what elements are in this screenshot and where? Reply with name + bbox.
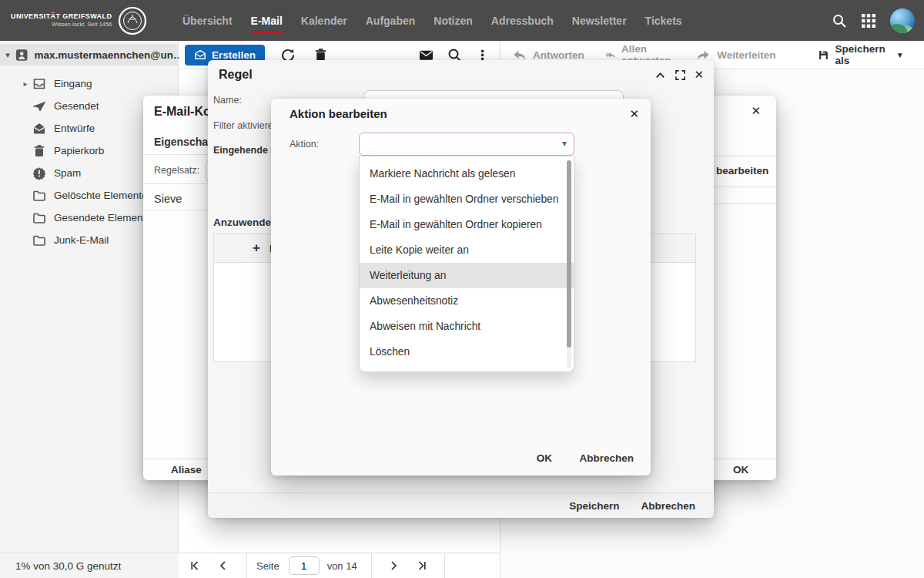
compose-label: Erstellen bbox=[212, 49, 256, 61]
rule-name-label: Name: bbox=[213, 95, 242, 106]
option-vacation-notice[interactable]: Abwesenheitsnotiz bbox=[360, 288, 574, 314]
app-tabs: Übersicht E-Mail Kalender Aufgaben Notiz… bbox=[182, 0, 682, 41]
option-discard[interactable]: Löschen bbox=[360, 339, 574, 365]
tab-uebersicht[interactable]: Übersicht bbox=[182, 0, 233, 41]
user-avatar[interactable] bbox=[890, 8, 915, 33]
ruleset-label: Regelsatz: bbox=[154, 165, 199, 176]
option-move-to-folder[interactable]: E-Mail in gewählten Ordner verschieben bbox=[360, 187, 574, 212]
first-page-icon[interactable] bbox=[189, 560, 202, 572]
tab-aufgaben[interactable]: Aufgaben bbox=[366, 0, 416, 41]
rule-cancel-button[interactable]: Abbrechen bbox=[641, 500, 695, 512]
action-field-label: Aktion: bbox=[290, 139, 319, 150]
inbox-icon bbox=[32, 77, 46, 91]
folder-label: Papierkorb bbox=[54, 145, 104, 156]
search-icon[interactable] bbox=[832, 13, 847, 29]
action-ok-button[interactable]: OK bbox=[537, 452, 552, 464]
logo-line1: UNIVERSITÄT GREIFSWALD bbox=[11, 12, 112, 21]
prev-page-icon[interactable] bbox=[217, 560, 229, 572]
tab-email[interactable]: E-Mail bbox=[251, 0, 283, 41]
page-of-label: von 14 bbox=[327, 560, 357, 572]
folder-icon bbox=[32, 189, 46, 203]
close-icon[interactable]: ✕ bbox=[629, 107, 639, 121]
app-launcher-icon[interactable] bbox=[861, 13, 876, 29]
save-as-label: Speichern als bbox=[835, 43, 889, 66]
account-email: max.mustermaennchen@un… bbox=[34, 49, 179, 61]
compose-envelope-icon bbox=[194, 49, 206, 61]
chevron-down-icon[interactable]: ▾ bbox=[0, 50, 15, 60]
chevron-down-icon: ▾ bbox=[562, 138, 567, 149]
collapse-icon[interactable] bbox=[654, 69, 666, 81]
option-partial[interactable]: Benachrichtigung versenden bbox=[360, 365, 574, 372]
action-select[interactable]: ▾ bbox=[359, 133, 574, 156]
account-row[interactable]: ▾ max.mustermaennchen@un… bbox=[0, 44, 179, 66]
forward-label: Weiterleiten bbox=[717, 49, 775, 61]
university-logo: UNIVERSITÄT GREIFSWALD Wissen lockt. Sei… bbox=[11, 0, 147, 41]
tab-notizen[interactable]: Notizen bbox=[434, 0, 473, 41]
sieve-item[interactable]: Sieve bbox=[154, 193, 182, 205]
option-redirect-to[interactable]: Weiterleitung an bbox=[360, 263, 574, 288]
next-page-icon[interactable] bbox=[387, 560, 400, 572]
trash-icon bbox=[32, 144, 46, 158]
sidebar-item-eingang[interactable]: ▸ Eingang bbox=[0, 72, 179, 95]
expand-icon[interactable] bbox=[675, 69, 686, 81]
send-icon bbox=[32, 99, 46, 113]
action-cancel-button[interactable]: Abbrechen bbox=[579, 452, 634, 464]
rule-save-button[interactable]: Speichern bbox=[569, 500, 619, 512]
top-navbar: UNIVERSITÄT GREIFSWALD Wissen lockt. Sei… bbox=[0, 0, 924, 41]
quota-bar: 1% von 30,0 G genutzt bbox=[0, 553, 179, 578]
save-as-button[interactable]: Speichern als ▼ bbox=[818, 43, 904, 66]
tab-kalender[interactable]: Kalender bbox=[301, 0, 347, 41]
plus-icon: + bbox=[253, 240, 260, 256]
tab-adressbuch[interactable]: Adressbuch bbox=[491, 0, 554, 41]
dropdown-scrollbar bbox=[567, 160, 571, 368]
quota-text: 1% von 30,0 G genutzt bbox=[15, 560, 121, 572]
action-dialog-title: Aktion bearbeiten bbox=[290, 107, 387, 120]
rule-dialog-footer: Speichern Abbrechen bbox=[208, 492, 714, 518]
last-page-icon[interactable] bbox=[415, 560, 427, 572]
rule-dialog-title: Regel bbox=[219, 68, 253, 82]
folder-label: Entwürfe bbox=[54, 123, 95, 134]
chevron-right-icon[interactable]: ▸ bbox=[18, 79, 32, 88]
option-copy-to-folder[interactable]: E-Mail in gewählten Ordner kopieren bbox=[360, 212, 574, 237]
drafts-icon bbox=[32, 122, 46, 136]
folder-icon bbox=[32, 211, 46, 225]
folder-label: Junk-E-Mail bbox=[54, 234, 109, 246]
save-icon bbox=[818, 48, 829, 62]
logo-line2: Wissen lockt. Seit 1456 bbox=[11, 21, 112, 28]
folder-label: Gelöschte Elemente bbox=[54, 190, 148, 201]
reply-label: Antworten bbox=[533, 49, 584, 61]
chevron-down-icon: ▼ bbox=[896, 51, 904, 59]
option-reject-with-message[interactable]: Abweisen mit Nachricht bbox=[360, 314, 574, 339]
action-edit-dialog: Aktion bearbeiten ✕ Aktion: ▾ Markiere N… bbox=[271, 99, 651, 476]
page-number-input[interactable] bbox=[289, 556, 320, 575]
aliases-button[interactable]: Aliase bbox=[171, 464, 202, 476]
rule-edit-link[interactable]: bearbeiten bbox=[716, 165, 768, 176]
close-icon[interactable]: ✕ bbox=[694, 68, 704, 82]
list-more-icon[interactable]: ⋮ bbox=[476, 49, 489, 62]
page-label: Seite bbox=[256, 560, 280, 572]
option-mark-read[interactable]: Markiere Nachricht als gelesen bbox=[360, 161, 574, 187]
tab-tickets[interactable]: Tickets bbox=[645, 0, 682, 41]
folder-icon bbox=[32, 234, 46, 247]
folder-label: Eingang bbox=[54, 78, 92, 89]
close-icon[interactable]: ✕ bbox=[751, 104, 761, 118]
webmail-app: UNIVERSITÄT GREIFSWALD Wissen lockt. Sei… bbox=[0, 0, 924, 578]
folder-label: Gesendete Elemente bbox=[54, 212, 152, 223]
person-icon bbox=[15, 49, 28, 62]
tab-newsletter[interactable]: Newsletter bbox=[572, 0, 627, 41]
spam-icon bbox=[32, 166, 46, 180]
university-seal-icon bbox=[118, 6, 147, 35]
scrollbar-thumb[interactable] bbox=[567, 160, 571, 348]
folder-label: Gesendet bbox=[54, 100, 99, 112]
pagination-bar: Seite von 14 bbox=[179, 553, 500, 578]
folder-label: Spam bbox=[54, 167, 81, 179]
option-forward-copy[interactable]: Leite Kopie weiter an bbox=[360, 237, 574, 263]
action-options-list: Markiere Nachricht als gelesen E-Mail in… bbox=[359, 156, 574, 372]
account-ok-button[interactable]: OK bbox=[733, 464, 748, 476]
